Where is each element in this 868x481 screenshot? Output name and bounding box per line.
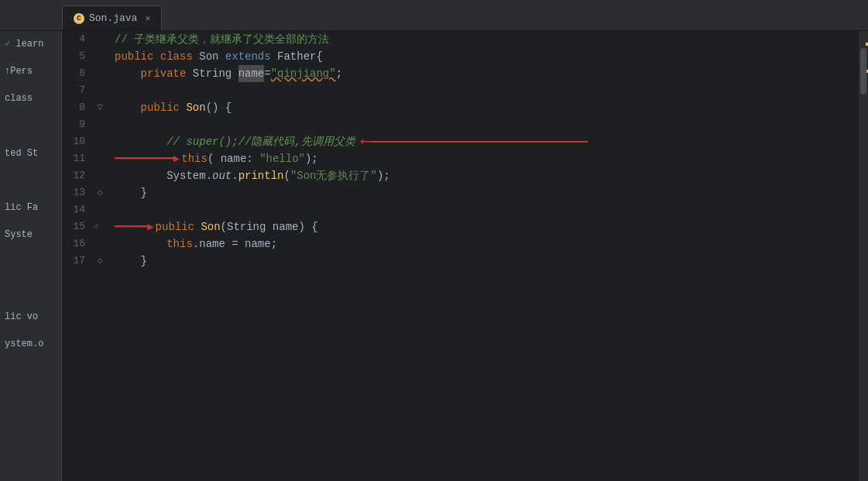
dot-name-16: .name = name; [193,235,277,253]
kw-this-16: this [166,235,193,253]
fold-16 [93,235,107,253]
code-editor[interactable]: 4 5 6 7 8 9 10 11 12 13 14 15 16 17 ▽ [62,31,868,481]
method-son-15: Son [201,218,220,235]
fold-10 [93,133,107,150]
code-line-17: } [115,253,859,270]
indent-13 [115,184,141,201]
line-num-14: 14 [62,201,85,218]
line-num-17: 17 [62,253,85,270]
method-son-8: Son [186,99,205,116]
arrow-left-11: ━━━━━━━━━▶ [115,150,180,167]
fold-11 [93,150,107,167]
tab-filename: Son.java [89,12,137,24]
fold-9 [93,116,107,133]
sidebar-item-empty1 [0,113,61,140]
parent-class-5: Father{ [277,48,323,65]
indent-12 [115,167,166,184]
code-line-7 [115,82,859,99]
field-name-6: name [238,65,265,82]
arrow-line-10 [371,141,588,143]
semi-6: ; [336,65,342,82]
param-name-15: name) { [273,218,318,235]
fold-5 [93,48,107,65]
sidebar-item-class[interactable]: class [0,85,61,112]
indent-17 [115,253,141,270]
paren-close-11: ); [305,150,318,167]
comment-cn-4: // 子类继承父类，就继承了父类全部的方法 [115,31,329,48]
arrow-left-15: ━━━━━▶ [115,218,154,235]
paren-open-11: ( [208,150,221,167]
dot-12: . [232,167,238,184]
scrollbar-track[interactable] [859,31,868,481]
sidebar-item-empty2 [0,167,61,194]
line-num-15: 15 [62,218,85,235]
code-lines: // 子类继承父类，就继承了父类全部的方法 public class Son e… [107,31,859,481]
sidebar-item-syste[interactable]: Syste [0,222,61,249]
fold-gutter: ▽ ◇ ◁ ◇ [93,31,107,481]
title-bar: C Son.java ✕ [0,0,868,31]
fold-8[interactable]: ▽ [93,99,107,116]
sidebar-item-licfa[interactable]: lic Fa [0,194,61,222]
kw-this-11: this [181,150,208,167]
line-numbers: 4 5 6 7 8 9 10 11 12 13 14 15 16 17 [62,31,93,481]
code-line-15: ━━━━━▶ public Son ( String name) { [115,218,859,235]
param-name-11: name: [221,150,259,167]
sidebar-item-licvo[interactable]: lic vo [0,304,61,331]
indent-8 [115,99,141,116]
println-12: println [238,167,284,184]
string-hello-11: "hello" [259,150,305,167]
string-val-6: "qinjiang" [271,65,336,82]
code-line-6: private String name = "qinjiang" ; [115,65,859,82]
parens-8: () { [206,99,232,116]
system-12: System. [166,167,212,184]
code-line-10: // super();//隐藏代码,先调用父类 ⟵ [115,133,859,150]
sidebar-item-empty4 [0,277,61,304]
code-line-8: public Son () { [115,99,859,116]
kw-extends-5: extends [225,48,277,65]
comment-10: // super();//隐藏代码,先调用父类 [166,133,355,150]
line-num-13: 13 [62,184,85,201]
fold-15[interactable]: ◁ [93,218,107,235]
sidebar-item-learn[interactable]: ✓ learn [0,31,61,58]
code-line-14 [115,201,859,218]
paren-open-15: ( [221,218,227,235]
kw-public-15: public [156,218,201,235]
line-num-7: 7 [62,82,85,99]
check-icon: ✓ [5,39,10,50]
out-12: out [212,167,232,184]
sidebar-item-pers[interactable]: ↑Pers [0,58,61,85]
line-num-5: 5 [62,48,85,65]
brace-close-17: } [141,253,147,270]
tab-close-button[interactable]: ✕ [145,13,150,23]
type-string-6: String [193,65,238,82]
sidebar-item-empty3 [0,249,61,277]
paren-close-12: ); [377,167,390,184]
line-num-16: 16 [62,235,85,253]
code-line-11: ━━━━━━━━━▶ this ( name: "hello" ); [115,150,859,167]
sidebar-item-tedst[interactable]: ted St [0,140,61,167]
fold-6 [93,65,107,82]
sidebar-item-systemo[interactable]: ystem.o [0,331,61,358]
fold-14 [93,201,107,218]
line-num-6: 6 [62,65,85,82]
line-num-4: 4 [62,31,85,48]
indent-16 [115,235,166,253]
fold-7 [93,82,107,99]
indent-6 [115,65,141,82]
brace-close-13: } [141,184,147,201]
fold-17[interactable]: ◇ [93,253,107,270]
code-line-4: // 子类继承父类，就继承了父类全部的方法 [115,31,859,48]
code-line-5: public class Son extends Father{ [115,48,859,65]
fold-12 [93,167,107,184]
line-num-9: 9 [62,116,85,133]
line-num-11: 11 [62,150,85,167]
line-num-12: 12 [62,167,85,184]
kw-class-5: class [160,48,199,65]
kw-public-5: public [115,48,160,65]
fold-13[interactable]: ◇ [93,184,107,201]
scrollbar-thumb[interactable] [860,48,866,94]
kw-public-8: public [141,99,187,116]
sidebar: ✓ learn ↑Pers class ted St lic Fa Syste … [0,31,62,481]
tab-file-icon: C [74,13,84,24]
file-tab[interactable]: C Son.java ✕ [62,5,162,30]
